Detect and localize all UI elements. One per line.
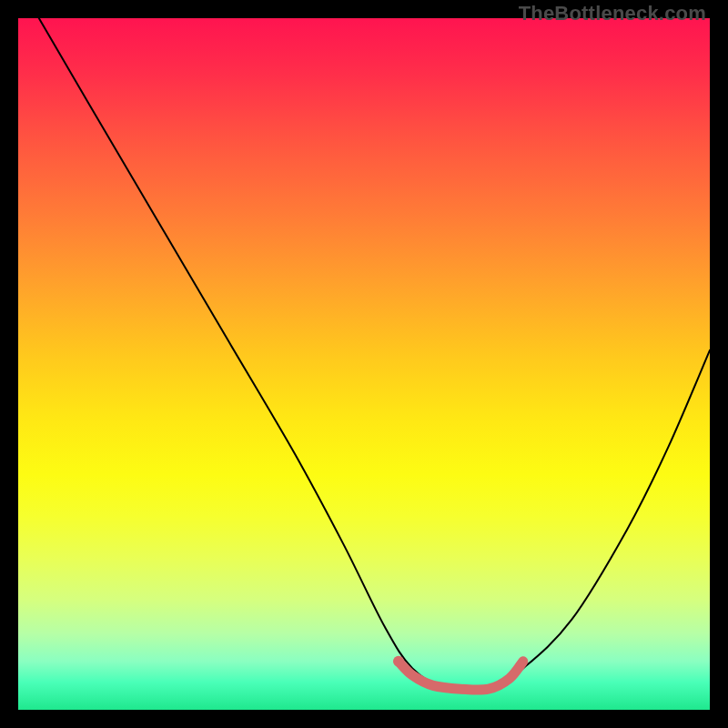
- chart-frame: TheBottleneck.com: [0, 0, 728, 728]
- watermark-label: TheBottleneck.com: [519, 2, 706, 25]
- bottleneck-curve: [39, 18, 710, 692]
- optimal-range-highlight: [399, 662, 523, 690]
- curve-overlay: [18, 18, 710, 710]
- highlight-dot-icon: [393, 656, 404, 667]
